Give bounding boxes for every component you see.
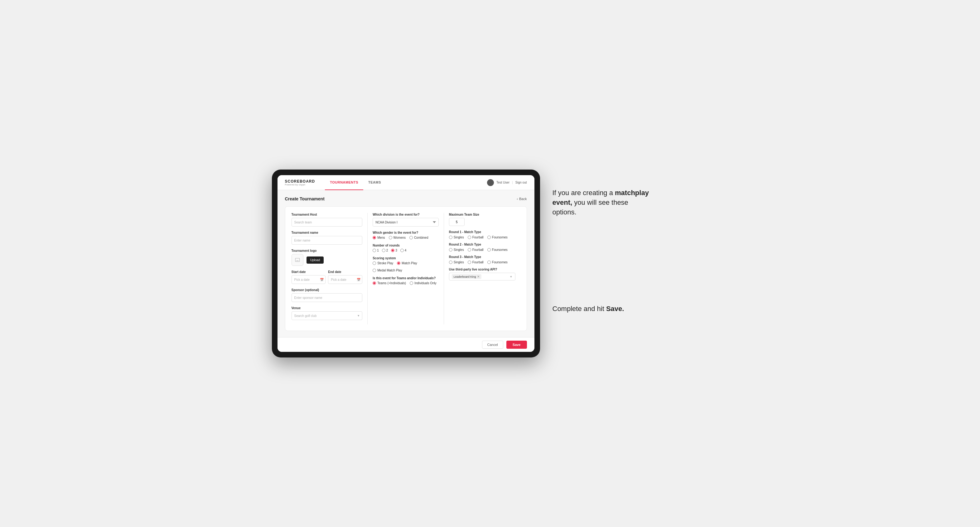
gender-womens-radio[interactable] bbox=[389, 236, 392, 239]
upload-button[interactable]: Upload bbox=[307, 257, 324, 264]
individuals-only-radio[interactable] bbox=[410, 281, 413, 285]
end-date-group: End date 📅 bbox=[328, 270, 362, 284]
round-3-radio[interactable] bbox=[391, 249, 395, 252]
venue-input-wrapper: Search golf club ▼ bbox=[291, 311, 363, 320]
round3-match-type-group: Singles Fourball Foursomes bbox=[449, 260, 515, 264]
round3-singles[interactable]: Singles bbox=[449, 260, 464, 264]
scoring-stroke[interactable]: Stroke Play bbox=[372, 262, 393, 265]
individuals-only-label: Individuals Only bbox=[414, 281, 436, 285]
round-2-radio[interactable] bbox=[382, 249, 385, 252]
teams-plus-radio[interactable] bbox=[372, 281, 376, 285]
round3-foursomes-radio[interactable] bbox=[487, 260, 491, 264]
teams-radio-group: Teams (+Individuals) Individuals Only bbox=[372, 281, 439, 285]
api-tag: Leaderboard King ✕ bbox=[452, 274, 482, 279]
round3-foursomes[interactable]: Foursomes bbox=[487, 260, 508, 264]
cancel-button[interactable]: Cancel bbox=[482, 341, 503, 349]
tournament-name-input[interactable] bbox=[291, 236, 363, 244]
max-team-size-group: Maximum Team Size bbox=[449, 213, 515, 226]
round1-singles[interactable]: Singles bbox=[449, 236, 464, 239]
api-group: Use third-party live scoring API? Leader… bbox=[449, 268, 515, 281]
round-2[interactable]: 2 bbox=[382, 249, 388, 252]
round-1-radio[interactable] bbox=[372, 249, 376, 252]
nav-divider: | bbox=[512, 181, 513, 184]
round-3[interactable]: 3 bbox=[391, 249, 397, 252]
tournament-name-label: Tournament name bbox=[291, 231, 363, 234]
annotation-area: If you are creating a matchplay event, y… bbox=[552, 170, 708, 314]
round3-singles-radio[interactable] bbox=[449, 260, 452, 264]
rounds-group: Number of rounds 1 2 3 bbox=[372, 244, 439, 252]
start-date-wrapper: 📅 bbox=[291, 275, 326, 284]
round2-foursomes[interactable]: Foursomes bbox=[487, 248, 508, 251]
tournament-host-label: Tournament Host bbox=[291, 213, 363, 216]
round2-match-type-group: Singles Fourball Foursomes bbox=[449, 248, 515, 251]
round3-fourball[interactable]: Fourball bbox=[468, 260, 484, 264]
max-team-size-label: Maximum Team Size bbox=[449, 213, 515, 216]
scoring-match-radio[interactable] bbox=[397, 262, 400, 265]
sponsor-label: Sponsor (optional) bbox=[291, 288, 363, 292]
round1-singles-radio[interactable] bbox=[449, 236, 452, 239]
round1-foursomes[interactable]: Foursomes bbox=[487, 236, 508, 239]
form-right-column: Maximum Team Size Round 1 - Match Type S… bbox=[444, 213, 520, 324]
round2-singles[interactable]: Singles bbox=[449, 248, 464, 251]
gender-mens-radio[interactable] bbox=[372, 236, 376, 239]
tab-tournaments[interactable]: TOURNAMENTS bbox=[325, 175, 363, 190]
scoring-stroke-label: Stroke Play bbox=[377, 262, 393, 265]
tournament-host-group: Tournament Host bbox=[291, 213, 363, 227]
scoring-match-label: Match Play bbox=[402, 262, 417, 265]
start-date-label: Start date bbox=[291, 270, 326, 274]
api-tag-close-icon[interactable]: ✕ bbox=[477, 275, 480, 278]
scoring-match[interactable]: Match Play bbox=[397, 262, 417, 265]
save-button[interactable]: Save bbox=[506, 341, 527, 349]
round-4-radio[interactable] bbox=[400, 249, 404, 252]
avatar bbox=[487, 179, 494, 186]
image-icon bbox=[295, 257, 300, 262]
gender-womens-label: Womens bbox=[393, 236, 406, 239]
form-middle-column: Which division is the event for? NCAA Di… bbox=[368, 213, 444, 324]
round1-match-type-group: Singles Fourball Foursomes bbox=[449, 236, 515, 239]
round3-label: Round 3 - Match Type bbox=[449, 255, 515, 259]
round2-foursomes-radio[interactable] bbox=[487, 248, 491, 251]
round1-fourball[interactable]: Fourball bbox=[468, 236, 484, 239]
round-1[interactable]: 1 bbox=[372, 249, 379, 252]
division-group: Which division is the event for? NCAA Di… bbox=[372, 213, 439, 227]
gender-combined[interactable]: Combined bbox=[409, 236, 428, 239]
brand-logo: SCOREBOARD Powered by clippit bbox=[285, 179, 315, 186]
sponsor-input[interactable] bbox=[291, 293, 363, 302]
api-select-wrapper[interactable]: Leaderboard King ✕ ▼ bbox=[449, 273, 515, 281]
teams-plus-individuals[interactable]: Teams (+Individuals) bbox=[372, 281, 406, 285]
page-header: Create Tournament ‹ Back bbox=[285, 196, 527, 201]
tab-teams[interactable]: TEAMS bbox=[363, 175, 386, 190]
round2-fourball[interactable]: Fourball bbox=[468, 248, 484, 251]
round2-singles-radio[interactable] bbox=[449, 248, 452, 251]
scoring-stroke-radio[interactable] bbox=[372, 262, 376, 265]
annotation-bottom-bold: Save. bbox=[606, 305, 624, 313]
gender-group: Which gender is the event for? Mens Wome… bbox=[372, 231, 439, 239]
chevron-down-icon: ▼ bbox=[357, 314, 360, 317]
individuals-only[interactable]: Individuals Only bbox=[410, 281, 436, 285]
gender-womens[interactable]: Womens bbox=[389, 236, 406, 239]
scoring-medal-radio[interactable] bbox=[372, 269, 376, 272]
scoring-medal[interactable]: Medal Match Play bbox=[372, 269, 402, 272]
round2-match-section: Round 2 - Match Type Singles Fourball bbox=[449, 243, 515, 251]
sign-out-link[interactable]: Sign out bbox=[515, 181, 527, 184]
max-team-size-input[interactable] bbox=[449, 218, 465, 226]
gender-combined-label: Combined bbox=[414, 236, 428, 239]
calendar-icon: 📅 bbox=[320, 278, 324, 281]
round-4[interactable]: 4 bbox=[400, 249, 407, 252]
scoring-medal-label: Medal Match Play bbox=[377, 269, 402, 272]
division-select[interactable]: NCAA Division I bbox=[372, 218, 439, 227]
round2-fourball-radio[interactable] bbox=[468, 248, 471, 251]
gender-mens[interactable]: Mens bbox=[372, 236, 385, 239]
api-label: Use third-party live scoring API? bbox=[449, 268, 515, 271]
annotation-top: If you are creating a matchplay event, y… bbox=[552, 188, 652, 217]
teams-plus-label: Teams (+Individuals) bbox=[377, 281, 406, 285]
round3-fourball-radio[interactable] bbox=[468, 260, 471, 264]
gender-combined-radio[interactable] bbox=[409, 236, 413, 239]
round1-fourball-radio[interactable] bbox=[468, 236, 471, 239]
back-button[interactable]: ‹ Back bbox=[517, 197, 527, 201]
round1-foursomes-radio[interactable] bbox=[487, 236, 491, 239]
teams-group: Is this event for Teams and/or Individua… bbox=[372, 276, 439, 285]
tournament-host-input[interactable] bbox=[291, 218, 363, 227]
brand-title: SCOREBOARD bbox=[285, 179, 315, 184]
venue-select[interactable]: Search golf club bbox=[291, 311, 363, 320]
